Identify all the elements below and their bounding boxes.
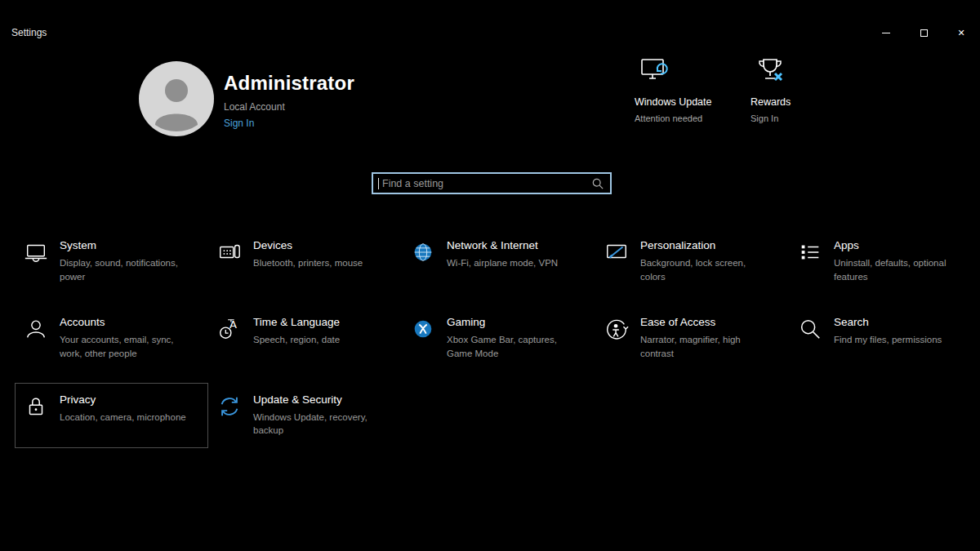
tile-subtitle: Wi-Fi, airplane mode, VPN	[447, 256, 577, 270]
window-title: Settings	[11, 27, 47, 38]
tile-subtitle: Narrator, magnifier, high contrast	[640, 333, 771, 360]
tile-subtitle: Background, lock screen, colors	[640, 256, 771, 283]
tile-title: Gaming	[447, 316, 577, 328]
tile-subtitle: Your accounts, email, sync, work, other …	[60, 333, 190, 360]
time-language-icon: A	[217, 317, 242, 341]
tile-title: Personalization	[640, 239, 771, 251]
tile-privacy[interactable]: Privacy Location, camera, microphone	[15, 383, 208, 448]
rewards-label: Rewards	[751, 96, 873, 108]
tile-apps[interactable]: Apps Uninstall, defaults, optional featu…	[789, 229, 980, 294]
tile-title: Search	[834, 316, 964, 328]
tile-time-language[interactable]: A Time & Language Speech, region, date	[208, 305, 402, 371]
tile-subtitle: Uninstall, defaults, optional features	[834, 256, 964, 283]
network-icon	[411, 240, 435, 264]
close-icon: ✕	[957, 28, 964, 38]
account-type: Local Account	[224, 101, 354, 113]
tile-title: Network & Internet	[447, 239, 577, 251]
update-security-icon	[217, 394, 242, 419]
account-info: Administrator Local Account Sign In	[224, 72, 354, 129]
sign-in-link[interactable]: Sign In	[224, 118, 354, 129]
search-box	[372, 172, 612, 194]
apps-icon	[798, 240, 822, 264]
tile-subtitle: Speech, region, date	[253, 333, 384, 347]
tile-subtitle: Bluetooth, printers, mouse	[253, 256, 384, 270]
settings-category-grid: System Display, sound, notifications, po…	[15, 229, 978, 448]
settings-window: Settings ✕ Administrator Local Account S…	[0, 0, 980, 551]
window-controls: ✕	[867, 21, 980, 44]
tile-network-internet[interactable]: Network & Internet Wi-Fi, airplane mode,…	[402, 229, 595, 294]
tile-devices[interactable]: Devices Bluetooth, printers, mouse	[208, 229, 402, 294]
search-category-icon	[798, 317, 822, 341]
account-name: Administrator	[224, 72, 354, 95]
windows-update-icon	[638, 54, 670, 87]
maximize-icon	[920, 29, 928, 37]
titlebar: Settings ✕	[0, 21, 980, 44]
tile-title: Privacy	[60, 393, 190, 406]
personalization-icon	[604, 240, 629, 264]
minimize-icon	[882, 33, 890, 33]
privacy-icon	[24, 394, 48, 419]
windows-update-status: Attention needed	[635, 113, 757, 123]
avatar	[139, 61, 214, 136]
tile-subtitle: Xbox Game Bar, captures, Game Mode	[447, 333, 577, 360]
tile-title: System	[60, 239, 190, 251]
minimize-button[interactable]	[867, 21, 905, 44]
tile-title: Update & Security	[253, 393, 384, 406]
windows-update-label: Windows Update	[635, 96, 757, 108]
devices-icon	[217, 240, 242, 264]
system-icon	[24, 240, 48, 264]
search-input[interactable]	[379, 178, 592, 189]
search-icon[interactable]	[592, 178, 604, 189]
close-button[interactable]: ✕	[942, 21, 980, 44]
tile-title: Ease of Access	[640, 316, 771, 328]
tile-subtitle: Find my files, permissions	[834, 333, 964, 347]
tile-subtitle: Location, camera, microphone	[60, 411, 190, 424]
maximize-button[interactable]	[905, 21, 942, 44]
accounts-icon	[24, 317, 48, 341]
tile-title: Time & Language	[253, 316, 384, 328]
person-icon	[139, 61, 214, 136]
rewards-icon	[754, 54, 786, 87]
tile-subtitle: Display, sound, notifications, power	[60, 256, 190, 283]
windows-update-quicklink[interactable]: Windows Update Attention needed	[635, 54, 757, 123]
rewards-status: Sign In	[751, 113, 873, 123]
tile-system[interactable]: System Display, sound, notifications, po…	[15, 229, 208, 294]
rewards-quicklink[interactable]: Rewards Sign In	[751, 54, 873, 123]
tile-update-security[interactable]: Update & Security Windows Update, recove…	[208, 383, 402, 448]
tile-gaming[interactable]: Gaming Xbox Game Bar, captures, Game Mod…	[402, 305, 595, 371]
tile-title: Apps	[834, 239, 964, 251]
tile-accounts[interactable]: Accounts Your accounts, email, sync, wor…	[15, 305, 208, 371]
tile-subtitle: Windows Update, recovery, backup	[253, 411, 384, 438]
tile-ease-of-access[interactable]: Ease of Access Narrator, magnifier, high…	[595, 305, 789, 371]
ease-of-access-icon	[604, 317, 629, 341]
tile-personalization[interactable]: Personalization Background, lock screen,…	[595, 229, 789, 294]
gaming-icon	[411, 317, 435, 341]
tile-title: Accounts	[60, 316, 190, 328]
tile-title: Devices	[253, 239, 384, 251]
tile-search[interactable]: Search Find my files, permissions	[789, 305, 980, 371]
